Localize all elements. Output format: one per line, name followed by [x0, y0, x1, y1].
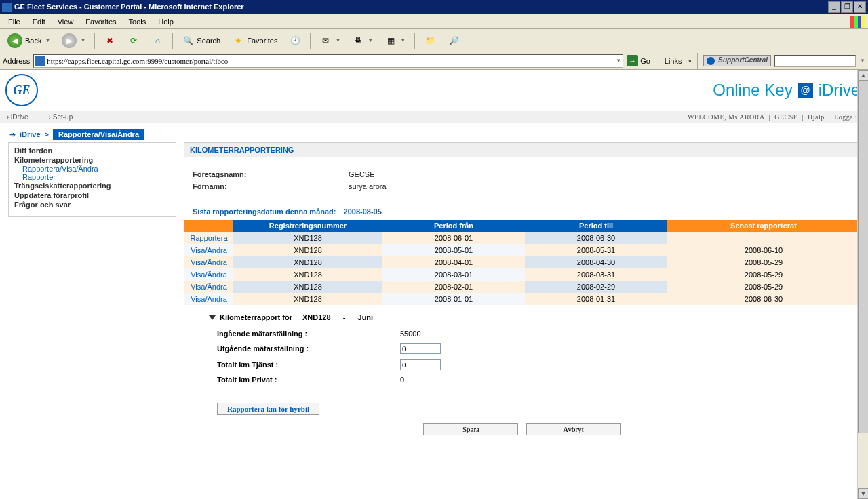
top-nav: › iDrive › Set-up WELCOME, Ms ARORA | GE…	[0, 111, 868, 123]
mail-icon: ✉	[319, 35, 332, 47]
history-button[interactable]: 🕘	[284, 33, 306, 49]
row-action-link[interactable]: Visa/Ändra	[184, 293, 233, 305]
breadcrumb-current: Rapportera/Visa/Ändra	[53, 129, 144, 140]
research-button[interactable]: 🔎	[443, 33, 465, 49]
name-value: surya arora	[349, 182, 387, 191]
km-private-label: Totalt km Privat :	[217, 376, 400, 384]
edit-button[interactable]: ▦▼	[380, 33, 410, 49]
row-from: 2008-03-01	[382, 268, 525, 281]
links-chevron-icon: »	[688, 58, 692, 64]
chevron-down-icon: ▼	[368, 37, 373, 43]
ie-page-icon	[35, 56, 45, 66]
scroll-up-icon[interactable]: ▲	[858, 70, 868, 81]
panel-title: KILOMETERRAPPORTERING	[184, 142, 860, 157]
address-label: Address	[3, 57, 30, 65]
windows-logo-icon	[850, 16, 865, 28]
last-report-row: Sista rapporteringsdatum denna månad: 20…	[184, 206, 860, 220]
scroll-thumb[interactable]	[858, 81, 868, 433]
minimize-button[interactable]: _	[828, 1, 840, 13]
vertical-scrollbar[interactable]: ▲ ▼	[857, 70, 868, 499]
menu-view[interactable]: View	[52, 16, 79, 27]
menu-favorites[interactable]: Favorites	[80, 16, 121, 27]
detail-heading[interactable]: Kilometerrapport för XND128 - Juni	[184, 305, 860, 327]
links-label[interactable]: Links	[662, 57, 685, 65]
out-odo-input[interactable]	[400, 343, 441, 354]
table-row: Visa/ÄndraXND1282008-02-012008-02-292008…	[184, 281, 860, 293]
company-text: GECSE	[774, 113, 797, 121]
sidebar: Ditt fordon Kilometerrapportering Rappor…	[8, 142, 176, 217]
go-button[interactable]: → Go	[627, 55, 650, 66]
help-link[interactable]: Hjälp	[808, 113, 825, 121]
refresh-icon: ⟳	[127, 35, 140, 47]
km-service-input[interactable]	[400, 359, 441, 370]
reports-table: Registreringsnummer Period från Period t…	[184, 220, 860, 305]
sidebar-item-vehicle[interactable]: Ditt fordon	[14, 146, 176, 155]
row-last: 2008-05-29	[667, 256, 860, 268]
address-input[interactable]	[47, 57, 613, 65]
sidebar-item-faq[interactable]: Frågor och svar	[14, 200, 176, 209]
refresh-button[interactable]: ⟳	[123, 33, 144, 49]
support-central-button[interactable]: SupportCentral	[703, 55, 772, 66]
restore-button[interactable]: ❐	[841, 1, 853, 13]
sidebar-item-congestion[interactable]: Trängselskatterapportering	[14, 181, 176, 191]
topnav-item-setup[interactable]: › Set-up	[49, 113, 73, 121]
separator	[414, 33, 415, 49]
report-hire-km-button[interactable]: Rapportera km för hyrbil	[217, 403, 319, 415]
row-from: 2008-05-01	[382, 244, 525, 256]
save-button[interactable]: Spara	[423, 423, 518, 435]
row-action-link[interactable]: Visa/Ändra	[184, 244, 233, 256]
page-viewport: GE Online Key @ iDrive › iDrive › Set-up…	[0, 70, 868, 499]
row-action-link[interactable]: Visa/Ändra	[184, 268, 233, 281]
home-button[interactable]: ⌂	[146, 33, 168, 49]
topnav-item-idrive[interactable]: › iDrive	[7, 113, 28, 121]
separator	[94, 33, 95, 49]
favorites-label: Favorites	[247, 37, 277, 45]
sidebar-item-km-report[interactable]: Kilometerrapportering	[14, 155, 176, 165]
chevron-down-icon[interactable]: ▼	[616, 58, 621, 64]
forward-button[interactable]: ► ▼	[57, 31, 90, 50]
brand-block: Online Key @ iDrive	[713, 81, 860, 100]
chevron-down-icon: ▼	[45, 37, 50, 43]
cancel-button[interactable]: Avbryt	[526, 423, 621, 435]
back-button[interactable]: ◄ Back ▼	[3, 31, 55, 50]
forward-arrow-icon: ►	[62, 33, 77, 48]
favorites-button[interactable]: ★ Favorites	[227, 33, 282, 49]
table-row: Visa/ÄndraXND1282008-03-012008-03-312008…	[184, 268, 860, 281]
print-button[interactable]: 🖶▼	[347, 33, 378, 49]
chevron-down-icon[interactable]: ▼	[860, 58, 865, 64]
menu-edit[interactable]: Edit	[27, 16, 51, 27]
row-action-link[interactable]: Visa/Ändra	[184, 281, 233, 293]
scroll-down-icon[interactable]: ▼	[858, 488, 868, 499]
stop-button[interactable]: ✖	[99, 33, 121, 49]
menu-file[interactable]: File	[3, 16, 26, 27]
welcome-text: WELCOME, Ms ARORA	[688, 113, 765, 121]
row-action-link[interactable]: Visa/Ändra	[184, 256, 233, 268]
back-label: Back	[25, 37, 41, 45]
toolbar-search-input[interactable]	[774, 55, 856, 67]
table-row: RapporteraXND1282008-06-012008-06-30	[184, 232, 860, 244]
breadcrumb-sep: >	[45, 130, 49, 138]
close-window-button[interactable]: ✕	[854, 1, 866, 13]
menu-help[interactable]: Help	[153, 16, 179, 27]
address-bar: Address ▼ → Go Links » SupportCentral ▼	[0, 52, 868, 70]
row-reg: XND128	[233, 281, 382, 293]
triangle-down-icon	[209, 315, 216, 320]
go-label: Go	[640, 57, 650, 65]
folder-button[interactable]: 📁	[419, 33, 441, 49]
row-reg: XND128	[233, 293, 382, 305]
at-badge-icon: @	[798, 83, 813, 98]
sidebar-item-update-profile[interactable]: Uppdatera förarprofil	[14, 191, 176, 200]
table-row: Visa/ÄndraXND1282008-05-012008-05-312008…	[184, 244, 860, 256]
sidebar-sub-reports[interactable]: Rapporter	[22, 173, 56, 181]
mail-button[interactable]: ✉▼	[315, 33, 345, 49]
breadcrumb-root[interactable]: iDrive	[20, 130, 41, 138]
menu-tools[interactable]: Tools	[123, 16, 152, 27]
search-button[interactable]: 🔍 Search	[177, 33, 225, 49]
sidebar-sub-report-edit[interactable]: Rapportera/Visa/Ändra	[22, 165, 98, 173]
row-action-link[interactable]: Rapportera	[184, 232, 233, 244]
row-reg: XND128	[233, 232, 382, 244]
brand-idrive: iDrive	[818, 81, 860, 100]
row-to: 2008-04-30	[525, 256, 667, 268]
ie-page-icon	[2, 3, 12, 12]
km-service-label: Totalt km Tjänst :	[217, 361, 400, 369]
